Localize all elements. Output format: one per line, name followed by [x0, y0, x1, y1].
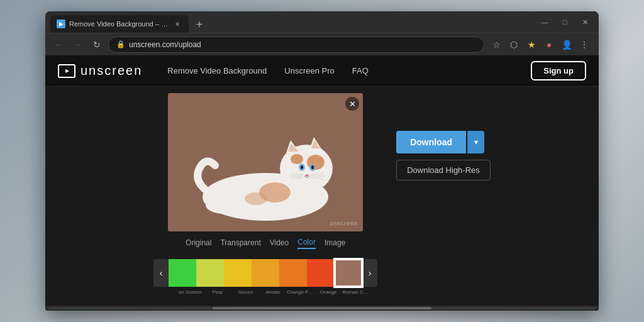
swatch-pear[interactable]: [196, 259, 224, 287]
active-tab[interactable]: ▶ Remove Video Background – Un... ✕: [50, 15, 189, 33]
swatch-label-4: Orange Peel: [287, 289, 314, 295]
video-area: ✕: [153, 93, 377, 295]
swatches-wrapper: ‹ › en Screen: [153, 259, 377, 295]
swatch-amber[interactable]: [252, 259, 279, 287]
svg-point-7: [291, 154, 303, 164]
lock-icon: 🔒: [116, 40, 125, 48]
address-bar[interactable]: 🔒 unscreen.com/upload: [108, 36, 484, 53]
nav-remove-bg[interactable]: Remove Video Background: [167, 66, 267, 75]
watermark: unscreen: [330, 220, 358, 226]
scrollbar-thumb[interactable]: [213, 307, 432, 309]
horizontal-scrollbar[interactable]: [45, 306, 599, 311]
addressbar: ← → ↻ 🔒 unscreen.com/upload ☆ ⬡ ★ ● 👤 ⋮: [45, 33, 599, 55]
minimize-button[interactable]: —: [536, 16, 553, 28]
main-content: ✕: [45, 87, 599, 306]
swatches-labels: en Screen Pear Gonzo Amber Orange Peel O…: [176, 289, 370, 295]
tab-color[interactable]: Color: [297, 238, 316, 249]
scrollbar-track: [48, 307, 596, 309]
tab-close-button[interactable]: ✕: [172, 19, 182, 29]
nav-pro[interactable]: Unscreen Pro: [284, 66, 334, 75]
color-swatches: ‹ ›: [153, 259, 377, 287]
star-icon[interactable]: ★: [523, 36, 540, 53]
tab-transparent[interactable]: Transparent: [220, 238, 260, 248]
swatches-next-button[interactable]: ›: [362, 259, 377, 287]
page-content: unscreen Remove Video Background Unscree…: [45, 55, 599, 311]
tab-title: Remove Video Background – Un...: [69, 20, 169, 28]
close-button[interactable]: ✕: [576, 16, 594, 28]
sign-up-button[interactable]: Sign up: [531, 61, 586, 80]
video-preview: ✕: [168, 93, 363, 231]
tab-original[interactable]: Original: [186, 238, 211, 248]
url-text: unscreen.com/upload: [129, 40, 201, 49]
forward-button[interactable]: →: [70, 37, 86, 52]
swatch-label-1: Pear: [204, 289, 231, 295]
tab-video[interactable]: Video: [270, 238, 289, 248]
swatch-label-0: en Screen: [176, 289, 204, 295]
svg-point-11: [311, 165, 314, 169]
swatch-roman-coffee[interactable]: [335, 259, 362, 287]
swatch-label-2: Gonzo: [231, 289, 259, 295]
toolbar-icons: ☆ ⬡ ★ ● 👤 ⋮: [488, 36, 592, 53]
window-controls: — □ ✕: [536, 16, 594, 28]
nav-links: Remove Video Background Unscreen Pro FAQ: [167, 66, 531, 75]
swatch-label-3: Amber: [259, 289, 287, 295]
swatch-gonzo[interactable]: [224, 259, 252, 287]
swatches-row: [169, 259, 362, 287]
menu-icon[interactable]: ⋮: [576, 36, 592, 53]
swatches-prev-button[interactable]: ‹: [153, 259, 169, 287]
svg-point-22: [245, 192, 267, 205]
logo-text: unscreen: [80, 64, 142, 78]
swatch-label-5: Orange: [314, 289, 342, 295]
download-dropdown-button[interactable]: ▾: [467, 131, 484, 153]
tab-area: ▶ Remove Video Background – Un... ✕ +: [50, 11, 531, 33]
tab-favicon: ▶: [57, 19, 65, 28]
view-tabs: Original Transparent Video Color Image: [186, 238, 345, 249]
download-button[interactable]: Download: [396, 131, 466, 153]
swatch-label-6: Roman Coffee: [342, 289, 370, 295]
download-row: Download ▾: [396, 131, 491, 153]
swatch-orange-peel[interactable]: [279, 259, 307, 287]
titlebar: ▶ Remove Video Background – Un... ✕ + — …: [45, 11, 599, 33]
nav-faq[interactable]: FAQ: [352, 66, 369, 75]
browser-window: ▶ Remove Video Background – Un... ✕ + — …: [45, 11, 599, 311]
cat-svg: [174, 99, 357, 225]
bookmark-icon[interactable]: ☆: [488, 36, 504, 53]
swatch-green-screen[interactable]: [169, 259, 196, 287]
reload-button[interactable]: ↻: [89, 37, 104, 52]
tab-image[interactable]: Image: [325, 238, 345, 248]
maximize-button[interactable]: □: [556, 16, 574, 28]
svg-point-10: [301, 165, 303, 169]
site-navbar: unscreen Remove Video Background Unscree…: [45, 55, 599, 87]
download-hires-button[interactable]: Download High-Res: [396, 160, 491, 180]
site-logo[interactable]: unscreen: [58, 64, 142, 78]
right-panel: Download ▾ Download High-Res: [396, 93, 491, 180]
extension-icon[interactable]: ⬡: [506, 36, 522, 53]
cat-illustration: [168, 93, 363, 231]
record-icon[interactable]: ●: [541, 36, 557, 53]
back-button[interactable]: ←: [52, 37, 67, 52]
account-icon[interactable]: 👤: [558, 36, 575, 53]
new-tab-button[interactable]: +: [191, 16, 208, 33]
logo-icon: [58, 64, 75, 78]
swatch-orange[interactable]: [307, 259, 335, 287]
